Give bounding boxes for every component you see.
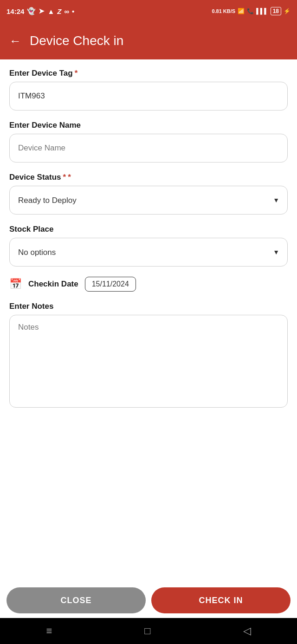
required-star-2: * — [68, 173, 71, 182]
stock-place-field: Stock Place No options ▼ — [9, 225, 288, 267]
required-star-1: * — [63, 173, 66, 182]
device-status-label: Device Status * * — [9, 173, 288, 182]
nav-bar: ≡ □ ◁ — [0, 618, 297, 644]
required-marker: * — [75, 69, 78, 78]
notes-label: Enter Notes — [9, 302, 288, 311]
stock-place-label: Stock Place — [9, 225, 288, 234]
snapchat-icon: 👻 — [27, 7, 36, 15]
notes-textarea[interactable] — [9, 315, 288, 408]
checkin-date-row: 📅 Checkin Date 15/11/2024 — [9, 277, 288, 292]
page-title: Device Check in — [30, 33, 123, 48]
stock-place-wrapper: No options ▼ — [9, 238, 288, 267]
person-icon: ▲ — [47, 7, 54, 15]
checkin-button[interactable]: CHECK IN — [151, 587, 291, 613]
status-bar-left: 14:24 👻 ➤ ▲ Z ∞ • — [6, 7, 74, 15]
battery-icon: 18 — [271, 7, 281, 15]
device-name-input[interactable] — [9, 134, 288, 163]
device-status-select[interactable]: Ready to Deploy In Use Under Maintenance… — [9, 186, 288, 215]
device-name-label: Enter Device Name — [9, 121, 288, 130]
close-button[interactable]: CLOSE — [6, 587, 146, 613]
checkin-date-label: Checkin Date — [28, 280, 78, 289]
app-header: ← Device Check in — [0, 22, 297, 59]
status-time: 14:24 — [6, 7, 24, 15]
bottom-action-bar: CLOSE CHECK IN — [0, 583, 297, 618]
notes-field: Enter Notes — [9, 302, 288, 410]
stock-place-select[interactable]: No options — [9, 238, 288, 267]
navigation-icon: ➤ — [39, 7, 45, 15]
calendar-icon: 📅 — [9, 278, 22, 290]
menu-icon[interactable]: ≡ — [46, 625, 52, 637]
home-icon[interactable]: □ — [144, 625, 150, 637]
signal-icon: ▌▌▌ — [256, 8, 268, 14]
z-icon: Z — [57, 7, 61, 15]
charging-icon: ⚡ — [284, 8, 291, 14]
device-status-field: Device Status * * Ready to Deploy In Use… — [9, 173, 288, 215]
form-content: Enter Device Tag * Enter Device Name Dev… — [0, 59, 297, 583]
checkin-date-value[interactable]: 15/11/2024 — [85, 277, 136, 292]
infinity-icon: ∞ — [64, 7, 69, 15]
device-tag-label: Enter Device Tag * — [9, 69, 288, 78]
status-bar: 14:24 👻 ➤ ▲ Z ∞ • 0.81 KB/S 📶 📞 ▌▌▌ 18 ⚡ — [0, 0, 297, 22]
wifi-icon: 📶 — [238, 8, 245, 14]
device-status-wrapper: Ready to Deploy In Use Under Maintenance… — [9, 186, 288, 215]
dot-icon: • — [72, 7, 74, 15]
device-name-field: Enter Device Name — [9, 121, 288, 163]
device-tag-input[interactable] — [9, 82, 288, 111]
back-button[interactable]: ← — [9, 34, 21, 48]
phone-icon: 📞 — [247, 8, 254, 14]
data-speed: 0.81 KB/S — [212, 8, 235, 14]
device-tag-field: Enter Device Tag * — [9, 69, 288, 111]
status-bar-right: 0.81 KB/S 📶 📞 ▌▌▌ 18 ⚡ — [212, 7, 291, 15]
back-nav-icon[interactable]: ◁ — [243, 625, 251, 637]
